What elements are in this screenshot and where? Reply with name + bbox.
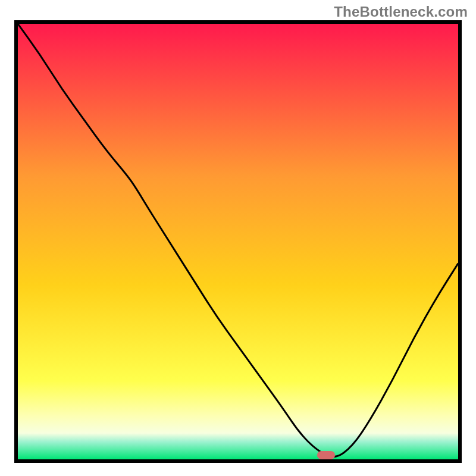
watermark-text: TheBottleneck.com bbox=[334, 4, 468, 20]
plot-frame bbox=[14, 20, 462, 463]
optimal-marker bbox=[317, 451, 335, 459]
bottleneck-curve bbox=[18, 24, 458, 459]
